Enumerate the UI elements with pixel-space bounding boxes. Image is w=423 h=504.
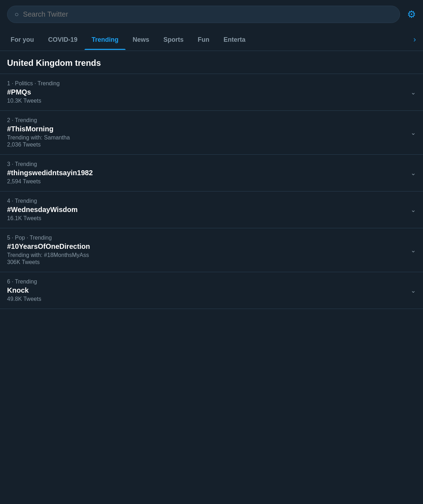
trend-meta-5: 5 · Pop · Trending <box>7 235 416 241</box>
trend-name-4: #WednesdayWisdom <box>7 206 416 214</box>
trend-sub-5: Trending with: #18MonthsMyAss <box>7 252 416 258</box>
chevron-down-icon-3: ⌄ <box>411 169 416 177</box>
chevron-down-icon-2: ⌄ <box>411 129 416 137</box>
trends-list: 1 · Politics · Trending #PMQs 10.3K Twee… <box>0 74 423 309</box>
trend-item-4[interactable]: 4 · Trending #WednesdayWisdom 16.1K Twee… <box>0 191 423 228</box>
trend-category-1: Politics · Trending <box>15 80 59 86</box>
trend-count-4: 16.1K Tweets <box>7 215 416 222</box>
trend-rank-6: 6 <box>7 279 10 285</box>
trend-category-6: Trending <box>15 279 37 285</box>
trend-name-1: #PMQs <box>7 88 416 96</box>
trend-separator-6: · <box>12 279 15 285</box>
trend-count-2: 2,036 Tweets <box>7 142 416 148</box>
trend-category-5: 5 · Pop · Trending <box>7 235 52 241</box>
trend-item-5[interactable]: 5 · Pop · Trending #10YearsOfOneDirectio… <box>0 228 423 272</box>
trend-count-6: 49.8K Tweets <box>7 296 416 302</box>
trend-name-2: #ThisMorning <box>7 125 416 133</box>
chevron-down-icon-4: ⌄ <box>411 206 416 214</box>
trend-category-2: Trending <box>15 117 37 123</box>
tab-news[interactable]: News <box>126 30 156 50</box>
trend-meta-1: 1 · Politics · Trending <box>7 80 416 87</box>
search-bar[interactable]: ○ <box>7 6 400 23</box>
trend-item-1[interactable]: 1 · Politics · Trending #PMQs 10.3K Twee… <box>0 74 423 111</box>
chevron-down-icon-6: ⌄ <box>411 287 416 294</box>
tab-fun[interactable]: Fun <box>191 30 216 50</box>
trend-category-4: Trending <box>15 198 37 204</box>
chevron-down-icon-1: ⌄ <box>411 88 416 96</box>
trend-name-5: #10YearsOfOneDirection <box>7 242 416 251</box>
trend-name-3: #thingswedidntsayin1982 <box>7 169 416 177</box>
trend-sub-2: Trending with: Samantha <box>7 134 416 141</box>
trend-count-5: 306K Tweets <box>7 259 416 265</box>
chevron-down-icon-5: ⌄ <box>411 246 416 254</box>
tabs-container: For you COVID-19 Trending News Sports Fu… <box>0 29 423 51</box>
trend-separator-2: · <box>12 117 15 123</box>
trend-meta-6: 6 · Trending <box>7 279 416 285</box>
tab-enterta[interactable]: Enterta <box>216 30 253 50</box>
tab-covid19[interactable]: COVID-19 <box>41 30 85 50</box>
trend-meta-4: 4 · Trending <box>7 198 416 204</box>
search-icon: ○ <box>15 10 19 18</box>
trend-item-3[interactable]: 3 · Trending #thingswedidntsayin1982 2,5… <box>0 155 423 191</box>
section-title: United Kingdom trends <box>0 51 423 74</box>
search-input[interactable] <box>23 10 393 18</box>
trend-rank-3: 3 <box>7 161 10 167</box>
trend-name-6: Knock <box>7 286 416 294</box>
trend-meta-3: 3 · Trending <box>7 161 416 167</box>
trend-rank-1: 1 <box>7 80 10 86</box>
settings-icon[interactable]: ⚙ <box>407 8 416 20</box>
tab-trending[interactable]: Trending <box>85 30 126 50</box>
trend-count-1: 10.3K Tweets <box>7 98 416 104</box>
trend-separator-3: · <box>12 161 15 167</box>
header: ○ ⚙ <box>0 0 423 29</box>
trend-item-2[interactable]: 2 · Trending #ThisMorning Trending with:… <box>0 111 423 155</box>
trend-meta-2: 2 · Trending <box>7 117 416 124</box>
trend-count-3: 2,594 Tweets <box>7 178 416 185</box>
trend-item-6[interactable]: 6 · Trending Knock 49.8K Tweets ⌄ <box>0 272 423 309</box>
tab-sports[interactable]: Sports <box>156 30 191 50</box>
trend-separator-4: · <box>12 198 15 204</box>
trend-rank-4: 4 <box>7 198 10 204</box>
tab-more-icon[interactable]: › <box>410 29 419 51</box>
tab-for-you[interactable]: For you <box>4 30 41 50</box>
trend-rank-2: 2 <box>7 117 10 123</box>
trend-category-3: Trending <box>15 161 37 167</box>
trend-separator-1: · <box>12 80 15 86</box>
